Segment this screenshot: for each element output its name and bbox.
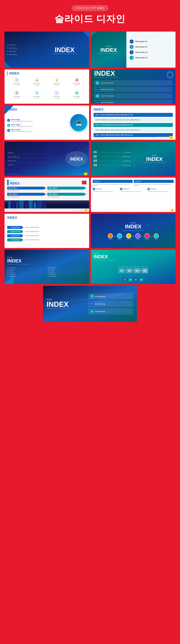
slide-6b: OUR INDEX PRESENTATION TEMPLATE T1 TITLE… [91,214,176,248]
slide-6a: INDEX 1 YOUR TITLE 내용 텍스트를 입력하세요 2 YOUR … [4,214,89,248]
index-header-6a: INDEX [7,216,86,220]
slide-2b: OUR INDEX PRESENTATION TEMPLATE 01 YOUR … [91,70,176,104]
slide-row-6: INDEX 1 YOUR TITLE 내용 텍스트를 입력하세요 2 YOUR … [4,214,176,248]
slides-container: 01 Introducing 02 Sales Review 03 Introd… [0,29,180,331]
slide-7a: OUR INDEX PRESENTATION TEMPLATE 01. Intr… [4,250,89,284]
slide-7b: OUR INDEX PRESENTATION TEMPLATE 항목 타이틀 0… [91,250,176,284]
index-header-3b: INDEX [94,108,173,112]
slide-row-7: OUR INDEX PRESENTATION TEMPLATE 01. Intr… [4,250,176,284]
index-header-2a: INDEX [7,72,86,76]
title-item-1: 01 Title Number 01 [130,40,172,44]
slide-row-5: 색상 INDEX T 항목 타이틀 01 내용 텍스트를 입력하세요 항목 타이… [4,178,176,212]
nav-item-1: 01 Introducing [7,43,38,46]
slide-3a: INDEX ■ 항목 타이틀 01 내용 텍스트를 입력하세요 내용 텍스트 ■… [4,106,89,140]
icon-item-8: 🌐 항목 타이틀 08 내용 입력 [67,90,86,102]
title-item-4: 04 Title Number 04 [130,56,172,60]
icon-item-5: ⚙️ 항목 타이틀 05 내용 입력 [7,90,26,102]
svg-marker-2 [91,311,93,312]
slide-4a: OUR INDEX PRESENTATION TEMPLATE Welcome … [4,142,89,176]
slide-row-8: OUR INDEX PRESENTATION TEMPLATE 01 Intro… [4,286,176,322]
icon-item-6: 🔍 항목 타이틀 06 내용 입력 [27,90,46,102]
title-item-3: 03 Title Number 03 [130,50,172,54]
slide-8-center: OUR INDEX PRESENTATION TEMPLATE 01 Intro… [43,286,137,322]
subtitle-1a: PRESENTATION TEMPLATE [53,53,77,54]
slide-2a: INDEX 📋 항목 타이틀 01 내용 입력 📊 항목 타이틀 02 내용 입… [4,70,89,104]
slide-row-1: 01 Introducing 02 Sales Review 03 Introd… [4,32,176,68]
icon-item-1: 📋 항목 타이틀 01 내용 입력 [7,77,26,89]
main-title: 슬라이드 디자인 [3,12,177,25]
nav-item-2: 02 Sales Review [7,46,38,50]
index-big-1a: INDEX [55,47,74,53]
index-header-3a: INDEX [7,108,86,112]
slide-4b: 01 Introducing 02 Sales Review 03 Introd… [91,142,176,176]
nav-item-4: 04 Sales Review [7,53,38,56]
slide-row-2: INDEX 📋 항목 타이틀 01 내용 입력 📊 항목 타이틀 02 내용 입… [4,70,176,104]
title-item-2: 02 Title Number 02 [130,45,172,49]
icon-item-4: 🎯 항목 타이틀 04 내용 입력 [67,77,86,89]
icon-item-2: 📊 항목 타이틀 02 내용 입력 [27,77,46,89]
slide-5a: 색상 INDEX T 항목 타이틀 01 내용 텍스트를 입력하세요 항목 타이… [4,178,89,212]
slide-5b: TITLE 01 Lorem ipsum dolor sit amet, con… [91,178,176,212]
page-header: 디자인치트키 PPT 템플릿 슬라이드 디자인 [0,0,180,29]
nav-item-3: 03 Introducing [7,50,38,53]
icon-item-7: 📈 항목 타이틀 07 내용 입력 [47,90,66,102]
slide-row-3: INDEX ■ 항목 타이틀 01 내용 텍스트를 입력하세요 내용 텍스트 ■… [4,106,176,140]
slide-3b: INDEX Step 1 : 내용 텍스트를 입력하세요 내용 텍스트를 입력하… [91,106,176,140]
slide-1b: OUR INDEX PRESENTATION TEMPLATE 01 Title… [91,32,176,68]
icon-item-3: 💡 항목 타이틀 03 내용 입력 [47,77,66,89]
slide-1a: 01 Introducing 02 Sales Review 03 Introd… [4,32,89,68]
slide-row-4: OUR INDEX PRESENTATION TEMPLATE Welcome … [4,142,176,176]
subtitle-badge: 디자인치트키 PPT 템플릿 [72,6,108,11]
